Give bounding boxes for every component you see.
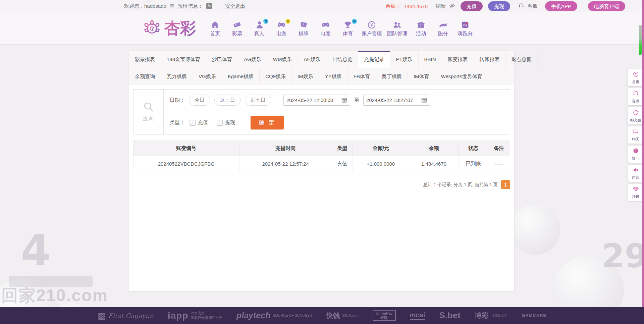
report-tab[interactable]: IM娱乐: [292, 68, 319, 85]
side-item-sound[interactable]: 声音: [628, 165, 644, 182]
nav-item-paofen[interactable]: 跑分: [433, 19, 453, 38]
back-to-top-icon: [633, 73, 639, 78]
hot-badge: H: [285, 19, 290, 24]
pc-client-button[interactable]: 电脑客户端: [588, 1, 625, 11]
partner-logo: GAMCARE: [522, 313, 546, 318]
report-tab[interactable]: 瓦力棋牌: [161, 68, 193, 85]
calendar-icon[interactable]: [421, 97, 427, 103]
date-label: 日期：: [170, 97, 185, 103]
eye-slash-icon[interactable]: [449, 3, 455, 10]
service-link[interactable]: 客服: [528, 3, 538, 9]
report-tab[interactable]: CQ9娱乐: [260, 68, 292, 85]
date-to-input[interactable]: [366, 97, 419, 103]
side-item-idle[interactable]: 挂机: [628, 184, 644, 201]
balance-label: 余额：: [385, 3, 400, 9]
nav-item-cards[interactable]: 棋牌: [294, 19, 313, 38]
main-content-card: 彩票报表 188金宝博体育 沙巴体育 AG娱乐 WM娱乐 AE娱乐 日结总览 充…: [129, 51, 515, 291]
type-checkbox[interactable]: 充值: [190, 119, 208, 126]
svg-text:hi: hi: [463, 23, 467, 27]
side-item-im-recharge[interactable]: IM充值: [628, 107, 644, 124]
report-tab[interactable]: 188金宝博体育: [161, 51, 206, 68]
status-badge: 已到账: [459, 156, 488, 171]
logout-link[interactable]: 安全退出: [225, 3, 245, 9]
team-icon: [387, 20, 407, 30]
nav-item-lottery[interactable]: 彩票: [227, 19, 247, 38]
diamond-icon: [633, 187, 639, 193]
report-tab[interactable]: 彩票报表: [129, 51, 161, 68]
date-quick-pill[interactable]: 近七日: [245, 95, 271, 106]
nav-item-promo[interactable]: 活动: [411, 19, 431, 38]
cell-balance: 1,484.4670: [409, 156, 459, 171]
column-header: 金额/元: [353, 141, 409, 156]
report-tab[interactable]: FB体育: [348, 68, 376, 85]
refresh-link[interactable]: 刷新: [436, 3, 446, 9]
page-1-button[interactable]: 1: [501, 180, 510, 189]
report-tab[interactable]: 账变报表: [442, 51, 474, 68]
hi-paofen-icon: hi: [457, 20, 474, 30]
partner-logo: 博彩 可靠&安全: [475, 311, 507, 320]
withdraw-button[interactable]: 提现: [488, 1, 510, 11]
report-tab[interactable]: 奥丁棋牌: [376, 68, 408, 85]
date-from-input[interactable]: [286, 97, 339, 103]
edit-pencil-icon[interactable]: ✎: [206, 3, 212, 9]
column-header: 状态: [459, 141, 488, 156]
type-label: 类型：: [170, 119, 185, 126]
report-tab[interactable]: AE娱乐: [298, 51, 326, 68]
balance-value: 1484.4670: [404, 3, 428, 9]
report-tab[interactable]: YY棋牌: [319, 68, 348, 85]
nav-item-egame[interactable]: H 电游: [272, 19, 291, 38]
report-tab[interactable]: 余额查询: [129, 68, 161, 85]
report-tab[interactable]: 返点总额: [506, 51, 538, 68]
column-header: 充提时间: [239, 141, 332, 156]
mail-icon[interactable]: ✉: [170, 3, 174, 10]
table-header-row: 账变编号充提时间类型金额/元余额状态备注: [133, 141, 510, 156]
calendar-icon[interactable]: [341, 97, 347, 103]
scrollbar-thumb[interactable]: [639, 25, 642, 55]
nav-item-team[interactable]: 团队管理: [386, 19, 409, 38]
svg-text:¥: ¥: [370, 22, 373, 28]
partner-logo: iapp iapp成员 隐私权专家国际协会: [168, 310, 222, 321]
partner-logo: ▩ First Cagayan: [98, 311, 154, 320]
lottery-ticket-icon: [229, 20, 246, 30]
report-tab[interactable]: BBIN: [419, 51, 442, 68]
column-header: 备注: [488, 141, 510, 156]
report-tab[interactable]: VG娱乐: [193, 68, 222, 85]
report-tab[interactable]: PT娱乐: [390, 51, 418, 68]
top-bar: 欢迎您，hadesado ✉ 预留信息： ✎ 安全退出 余额： 1484.467…: [0, 0, 644, 12]
type-checkbox[interactable]: 提现: [217, 119, 235, 126]
side-item-service[interactable]: 客服: [628, 88, 644, 105]
brand-logo[interactable]: 杏彩: [142, 18, 196, 39]
report-tab[interactable]: 转账报表: [474, 51, 506, 68]
date-quick-pill[interactable]: 近三日: [214, 95, 241, 106]
side-item-home[interactable]: 首页: [628, 69, 644, 86]
nav-item-home[interactable]: 首页: [205, 19, 225, 38]
report-tab[interactable]: WM娱乐: [267, 51, 298, 68]
type-checkboxes: 充值 提现: [190, 119, 235, 126]
report-tab[interactable]: 充提记录: [358, 51, 390, 68]
report-tab[interactable]: 日结总览: [326, 51, 358, 68]
report-tab[interactable]: 沙巴体育: [206, 51, 238, 68]
side-item-question[interactable]: 疑问: [628, 146, 644, 163]
side-item-chat[interactable]: 聊天: [628, 126, 644, 144]
report-tab[interactable]: IM体育: [408, 68, 435, 85]
partner-logo: mcai: [410, 311, 425, 320]
cell-type: 充值: [332, 156, 353, 171]
column-header: 余额: [409, 141, 459, 156]
report-tab[interactable]: Wesports世界体育: [435, 68, 488, 85]
window-edge-line: [642, 0, 644, 324]
nav-item-account[interactable]: ¥ 账户管理: [360, 19, 383, 38]
im-recharge-icon: [633, 111, 639, 117]
confirm-button[interactable]: 确 定: [251, 116, 284, 129]
nav-item-sports[interactable]: N 体育: [338, 19, 358, 38]
report-tab[interactable]: AG娱乐: [238, 51, 267, 68]
date-quick-pill[interactable]: 今日: [189, 95, 210, 106]
nav-item-live[interactable]: N 真人: [250, 19, 269, 38]
query-filter-panel: 查询 日期： 今日 近三日 近七日: [133, 89, 510, 134]
welcome-text: 欢迎您，hadesado: [124, 3, 166, 9]
deposit-button[interactable]: 充值: [461, 1, 483, 11]
tab-row-2: 余额查询 瓦力棋牌 VG娱乐 Kgame棋牌 CQ9娱乐 IM娱乐 YY棋牌 F…: [129, 68, 514, 85]
nav-item-esports[interactable]: 电竞: [316, 19, 335, 38]
report-tab[interactable]: Kgame棋牌: [222, 68, 260, 85]
nav-item-hi-paofen[interactable]: hi 嗨跑分: [455, 19, 475, 38]
mobile-app-button[interactable]: 手机APP: [545, 1, 577, 11]
